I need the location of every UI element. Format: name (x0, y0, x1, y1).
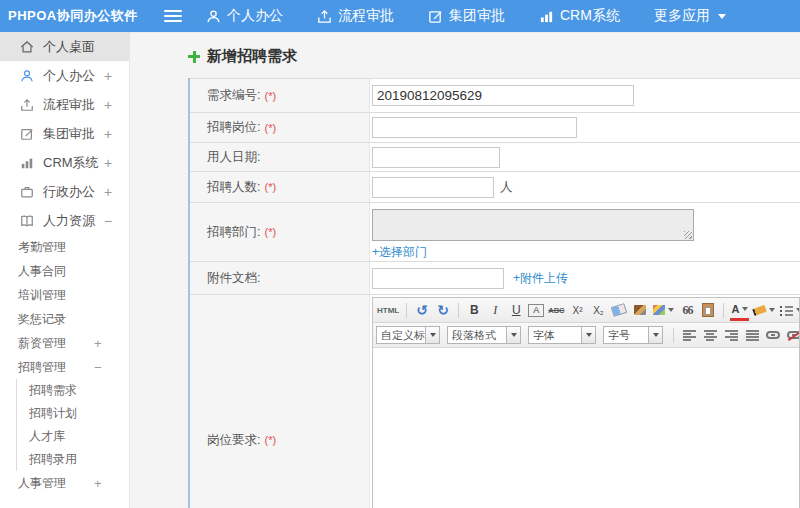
sidebar-item-recruit-mgmt[interactable]: 招聘管理 − (0, 355, 129, 379)
font-color-icon[interactable]: A (730, 300, 749, 321)
headcount-input[interactable] (372, 177, 494, 198)
blockquote-icon[interactable]: 66 (678, 301, 696, 319)
sidebar-item-crm[interactable]: CRM系统 + (0, 148, 129, 177)
subscript-icon[interactable]: X₂ (589, 301, 607, 319)
redo-icon[interactable]: ↻ (434, 301, 452, 319)
strikethrough-icon[interactable]: ABC (547, 301, 565, 319)
sidebar-item-rewards[interactable]: 奖惩记录 (0, 307, 129, 331)
unlink-icon[interactable] (785, 326, 799, 344)
expand-icon[interactable]: + (94, 476, 102, 491)
nav-personal-office[interactable]: 个人办公 (206, 7, 283, 25)
caret-down-icon[interactable] (582, 326, 596, 344)
font-size-value: 字号 (603, 326, 649, 344)
person-icon (20, 69, 34, 83)
italic-icon[interactable]: I (486, 301, 504, 319)
select-department-link[interactable]: +选择部门 (372, 244, 427, 261)
align-right-icon[interactable] (722, 326, 740, 344)
ordered-list-icon[interactable] (779, 301, 799, 319)
sidebar-item-recruit-hire[interactable]: 招聘录用 (17, 448, 129, 471)
font-name-icon[interactable]: A (528, 304, 544, 317)
sidebar-item-flow-approval[interactable]: 流程审批 + (0, 90, 129, 119)
sidebar-item-group-approval[interactable]: 集团审批 + (0, 119, 129, 148)
sidebar-item-label: 人事合同 (18, 263, 66, 280)
expand-icon[interactable]: + (104, 97, 112, 113)
link-icon[interactable] (764, 326, 782, 344)
underline-icon[interactable]: U (507, 301, 525, 319)
sidebar-item-personal-office[interactable]: 个人办公 + (0, 61, 129, 90)
remove-format-icon (611, 303, 627, 317)
position-input[interactable] (372, 117, 577, 138)
sidebar-item-label: 招聘需求 (29, 382, 77, 399)
sidebar-item-admin-office[interactable]: 行政办公 + (0, 177, 129, 206)
caret-down-icon[interactable] (649, 326, 663, 344)
field-label: 招聘人数: (*) (190, 172, 370, 202)
nav-more-apps[interactable]: 更多应用 (654, 7, 726, 25)
sidebar-item-label: 薪资管理 (18, 335, 66, 352)
align-center-icon[interactable] (701, 326, 719, 344)
nav-group-approval[interactable]: 集团审批 (428, 7, 505, 25)
caret-down-icon[interactable] (507, 326, 521, 344)
upload-attachment-link[interactable]: +附件上传 (513, 270, 568, 287)
sidebar-item-hr-contract[interactable]: 人事合同 (0, 259, 129, 283)
form-row-demand-no: 需求编号: (*) (190, 78, 800, 113)
expand-icon[interactable]: + (104, 184, 112, 200)
paragraph-format-value: 段落格式 (447, 326, 507, 344)
align-left-icon[interactable] (680, 326, 698, 344)
font-size-select[interactable]: 字号 (603, 326, 663, 344)
nav-flow-approval[interactable]: 流程审批 (317, 7, 394, 25)
source-code-button[interactable]: HTML (376, 301, 400, 319)
align-justify-icon[interactable] (743, 326, 761, 344)
expand-icon[interactable]: + (104, 155, 112, 171)
undo-icon[interactable]: ↺ (413, 301, 431, 319)
sidebar-item-attendance[interactable]: 考勤管理 (0, 235, 129, 259)
demand-no-input[interactable] (372, 85, 634, 106)
menu-icon[interactable] (164, 10, 182, 22)
sidebar-item-recruit-demand[interactable]: 招聘需求 (17, 379, 129, 402)
main-content: 新增招聘需求 需求编号: (*) 招聘岗位: (*) (130, 32, 800, 508)
label-text: 岗位要求: (207, 432, 260, 449)
ordered-list-icon (780, 305, 793, 316)
superscript-icon[interactable]: X² (568, 301, 586, 319)
expand-icon[interactable]: + (104, 126, 112, 142)
expand-icon[interactable]: − (104, 213, 112, 229)
sidebar-item-personnel-mgmt[interactable]: 人事管理 + (0, 471, 129, 495)
highlight-icon[interactable] (752, 301, 776, 319)
sidebar-item-desktop[interactable]: 个人桌面 (0, 32, 129, 61)
required-marker: (*) (264, 181, 276, 193)
editor-toolbar-row2: 自定义标题 段落格式 字体 (373, 323, 799, 348)
font-family-select[interactable]: 字体 (528, 326, 596, 344)
format-brush-icon[interactable] (631, 301, 649, 319)
department-textarea[interactable] (372, 209, 694, 241)
field-label: 需求编号: (*) (190, 79, 370, 112)
paragraph-format-select[interactable]: 段落格式 (447, 326, 521, 344)
attachment-input[interactable] (372, 268, 504, 289)
paste-icon[interactable] (699, 301, 717, 319)
sidebar: 个人桌面 个人办公 + 流程审批 + 集团审批 + (0, 32, 130, 508)
align-justify-icon (746, 330, 759, 341)
top-header: PHPOA协同办公软件 个人办公 流程审批 集团审批 (0, 0, 800, 32)
label-text: 附件文档: (207, 270, 260, 287)
expand-icon[interactable]: + (104, 68, 112, 84)
app-logo[interactable]: PHPOA协同办公软件 (0, 7, 164, 25)
sidebar-item-talent-pool[interactable]: 人才库 (17, 425, 129, 448)
form-row-position: 招聘岗位: (*) (190, 113, 800, 143)
sidebar-item-salary[interactable]: 薪资管理 + (0, 331, 129, 355)
sidebar-item-recruit-plan[interactable]: 招聘计划 (17, 402, 129, 425)
remove-format-icon[interactable] (610, 301, 628, 319)
heading-style-select[interactable]: 自定义标题 (376, 326, 440, 344)
expand-icon[interactable]: + (94, 336, 102, 351)
person-icon (206, 9, 221, 24)
sidebar-item-hr[interactable]: 人力资源 − (0, 206, 129, 235)
editor-body[interactable] (373, 348, 799, 508)
auto-typeset-icon[interactable] (652, 301, 675, 319)
sidebar-item-training[interactable]: 培训管理 (0, 283, 129, 307)
field-value (370, 113, 800, 142)
hire-date-input[interactable] (372, 147, 500, 168)
nav-crm[interactable]: CRM系统 (539, 7, 620, 25)
separator (673, 328, 674, 343)
caret-down-icon[interactable] (426, 326, 440, 344)
form-row-date: 用人日期: (190, 143, 800, 172)
expand-icon[interactable]: − (94, 360, 102, 375)
bold-icon[interactable]: B (465, 301, 483, 319)
sidebar-item-label: 招聘管理 (18, 359, 66, 376)
